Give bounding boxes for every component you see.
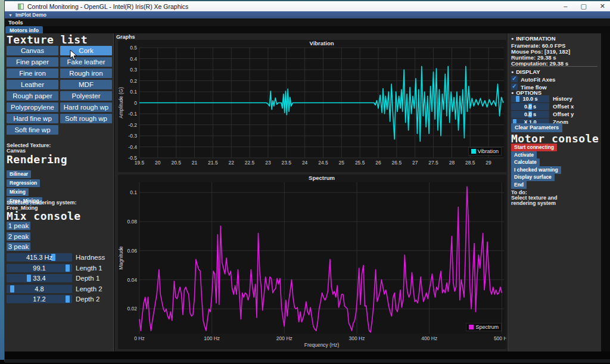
slider-value: 415.3 Hz: [7, 253, 72, 262]
slider-value: 10.0 s: [511, 95, 549, 102]
spectrum-legend[interactable]: Spectrum: [466, 323, 502, 331]
svg-text:25: 25: [339, 160, 345, 166]
svg-text:-0.1: -0.1: [128, 111, 137, 117]
option-slider-offset-y[interactable]: 0.0 sOffset y: [511, 111, 600, 118]
option-slider-offset-x[interactable]: 0.0 sOffset x: [511, 103, 600, 110]
svg-text:300 Hz: 300 Hz: [349, 335, 365, 341]
activate-button[interactable]: Activate: [511, 151, 537, 159]
end-button[interactable]: End: [511, 181, 527, 189]
app-icon: [18, 4, 24, 10]
vibration-chart[interactable]: 19.52020.52121.52222.52323.52424.52525.5…: [118, 40, 506, 172]
separator: [511, 66, 597, 67]
legend-label: Spectrum: [475, 324, 499, 330]
start-connecting-button[interactable]: Start connecting: [511, 144, 557, 151]
x-axis-label: Frequency (Hz): [304, 342, 340, 348]
texture-button-fake-leather[interactable]: Fake leather: [60, 57, 112, 67]
information-header[interactable]: ●INFORMATION: [511, 35, 556, 42]
main-content: Texture list CanvasCorkFine paperFake le…: [5, 33, 610, 351]
menu-tools[interactable]: Tools: [8, 19, 23, 26]
slider-label: History: [553, 95, 572, 102]
vibration-legend[interactable]: Vibration: [468, 147, 502, 155]
svg-text:-0.2: -0.2: [128, 122, 137, 128]
texture-button-mdf[interactable]: MDF: [60, 80, 112, 89]
svg-text:0: 0: [134, 100, 137, 106]
texture-button-polypropylene[interactable]: Polypropylene: [7, 102, 58, 112]
svg-text:0.1: 0.1: [130, 189, 137, 195]
texture-button-soft-fine-wp[interactable]: Soft fine wp: [7, 125, 58, 135]
slider-label: Offset y: [553, 111, 574, 118]
slider-depth-1[interactable]: 33.4Depth 1: [7, 274, 112, 282]
rendering-button-mixing[interactable]: Mixing: [7, 188, 29, 196]
texture-button-polyester[interactable]: Polyester: [60, 91, 112, 101]
svg-text:0.04: 0.04: [127, 277, 137, 283]
spectrum-plot-svg: 0 Hz100 Hz200 Hz300 Hz400 Hz500 Hz0.020.…: [118, 175, 506, 349]
svg-text:23: 23: [265, 160, 271, 166]
rendering-button-regression[interactable]: Regression: [7, 179, 40, 187]
i-checked-warning-button[interactable]: I checked warning: [511, 166, 561, 174]
checkbox-box[interactable]: ✓: [511, 76, 518, 82]
svg-text:23.5: 23.5: [282, 160, 292, 166]
svg-text:27: 27: [412, 160, 418, 166]
texture-button-rough-paper[interactable]: Rough paper: [7, 91, 58, 101]
texture-panel: Texture list CanvasCorkFine paperFake le…: [5, 33, 114, 351]
peak-button-3-peak[interactable]: 3 peak: [7, 242, 30, 251]
texture-button-fine-paper[interactable]: Fine paper: [7, 57, 58, 67]
svg-text:22.5: 22.5: [245, 160, 255, 166]
texture-button-leather[interactable]: Leather: [7, 80, 58, 89]
slider-label: Depth 1: [76, 274, 99, 282]
close-button[interactable]: ✕: [600, 1, 605, 11]
slider-length-1[interactable]: 99.1Length 1: [7, 264, 112, 272]
clear-parameters-button[interactable]: Clear Parameters: [511, 123, 562, 132]
vibration-plot-svg: 19.52020.52121.52222.52323.52424.52525.5…: [118, 40, 506, 172]
svg-text:0.4: 0.4: [130, 56, 137, 62]
display-surface-button[interactable]: Display surface: [511, 173, 555, 181]
svg-text:0.2: 0.2: [130, 78, 137, 84]
svg-text:24: 24: [302, 160, 308, 166]
slider-value: 4.8: [7, 285, 72, 293]
svg-text:26.5: 26.5: [392, 160, 402, 166]
svg-text:0.08: 0.08: [127, 219, 137, 225]
option-slider-history[interactable]: 10.0 sHistory: [511, 95, 600, 102]
minimize-button[interactable]: –: [564, 1, 567, 11]
texture-button-canvas[interactable]: Canvas: [7, 46, 58, 55]
peak-button-1-peak[interactable]: 1 peak: [7, 222, 30, 230]
peak-button-2-peak[interactable]: 2 peak: [7, 232, 30, 241]
slider-depth-2[interactable]: 17.2Depth 2: [7, 295, 112, 303]
rendering-button-bilinear[interactable]: Bilinear: [7, 170, 31, 178]
slider-value: 0.0 s: [511, 111, 549, 118]
calculate-button[interactable]: Calculate: [511, 158, 540, 166]
graphs-panel-label: Graphs: [116, 34, 135, 40]
slider-length-2[interactable]: 4.8Length 2: [7, 285, 112, 293]
bullet-icon: ●: [511, 70, 513, 74]
texture-button-hard-fine-wp[interactable]: Hard fine wp: [7, 114, 58, 123]
svg-text:22: 22: [228, 160, 234, 166]
display-header[interactable]: ●DISPLAY: [511, 69, 540, 75]
legend-swatch-icon: [469, 325, 474, 329]
bullet-icon: ●: [511, 91, 513, 95]
slider-label: Length 1: [76, 264, 102, 272]
texture-button-soft-rough-wp[interactable]: Soft rough wp: [60, 114, 112, 123]
maximize-button[interactable]: ▢: [580, 1, 586, 11]
svg-text:400 Hz: 400 Hz: [421, 335, 437, 341]
svg-text:25.5: 25.5: [355, 160, 365, 166]
texture-button-cork[interactable]: Cork: [60, 46, 112, 55]
svg-text:0.5: 0.5: [130, 45, 137, 51]
window-background-strip: [601, 33, 610, 351]
svg-text:20.5: 20.5: [171, 160, 181, 166]
window-title: Control Monitoring - OpenGL - Intel(R) I…: [27, 3, 188, 10]
slider-value: 17.2: [7, 295, 72, 303]
svg-text:21: 21: [192, 160, 198, 166]
rendering-title: Rendering: [7, 153, 67, 166]
screen: Control Monitoring - OpenGL - Intel(R) I…: [0, 0, 610, 364]
window-titlebar[interactable]: Control Monitoring - OpenGL - Intel(R) I…: [5, 1, 610, 11]
slider-value: 0.0 s: [511, 103, 549, 110]
slider-hardness[interactable]: 415.3 HzHardness: [7, 253, 112, 262]
spectrum-chart[interactable]: 0 Hz100 Hz200 Hz300 Hz400 Hz500 Hz0.020.…: [118, 175, 506, 349]
svg-text:27.5: 27.5: [428, 160, 438, 166]
chart-title: Spectrum: [309, 175, 335, 181]
implot-demo-collapsing-header[interactable]: ▼ ImPlot Demo: [5, 11, 610, 18]
texture-button-hard-rough-wp[interactable]: Hard rough wp: [60, 102, 112, 112]
window-controls: – ▢ ✕: [564, 1, 605, 11]
texture-button-fine-iron[interactable]: Fine iron: [7, 69, 58, 78]
texture-button-rough-iron[interactable]: Rough iron: [60, 69, 112, 78]
